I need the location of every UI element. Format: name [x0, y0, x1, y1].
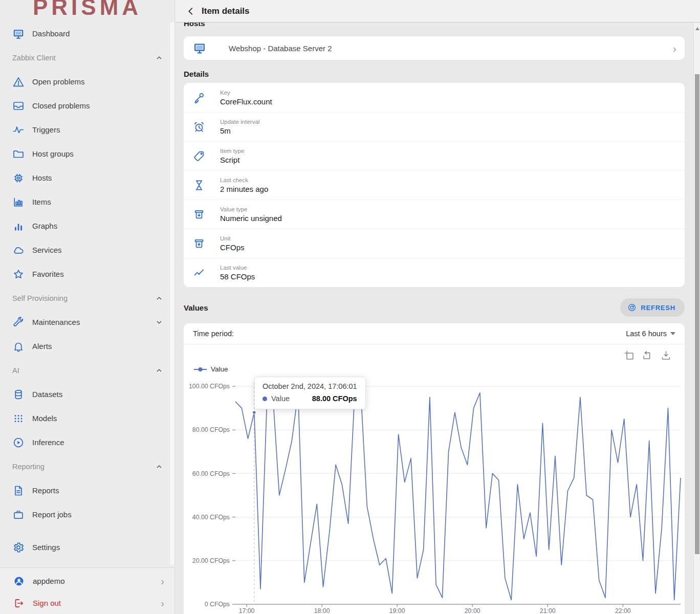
app-logo: PRISMA	[0, 0, 174, 20]
chart-area[interactable]: 0 CFOps20.00 CFOps40.00 CFOps60.00 CFOps…	[184, 379, 685, 614]
sidebar-item-models[interactable]: Models	[0, 406, 174, 430]
sidebar-item-services[interactable]: Services	[0, 238, 174, 262]
sidebar-item-label: Graphs	[32, 222, 57, 230]
graph-bars-icon	[12, 220, 25, 232]
svg-text:22:00: 22:00	[615, 607, 631, 614]
bell-icon	[12, 340, 25, 353]
main-scrollbar[interactable]	[693, 23, 700, 614]
sidebar-item-label: Models	[32, 414, 57, 423]
details-heading: Details	[184, 70, 685, 78]
sidebar-item-settings[interactable]: Settings	[0, 535, 174, 559]
section-label: Reporting	[12, 463, 45, 471]
detail-value: 58 CFOps	[220, 272, 255, 281]
footer-item-appdemo[interactable]: appdemo›	[0, 570, 174, 592]
caret-down-icon	[670, 332, 675, 335]
values-heading: Values	[184, 303, 208, 312]
svg-text:100.00 CFOps: 100.00 CFOps	[189, 383, 230, 390]
play-circle-icon	[12, 436, 25, 449]
chip-icon	[12, 172, 25, 184]
refresh-icon	[627, 303, 637, 312]
host-card[interactable]: Webshop - Database Server 2 ›	[184, 36, 685, 60]
detail-row-last-check: Last check2 minutes ago	[184, 170, 685, 200]
sidebar-section-reporting[interactable]: Reporting	[0, 454, 174, 478]
sidebar-item-label: Datasets	[32, 390, 62, 399]
series-dot-icon	[262, 397, 267, 401]
refresh-button[interactable]: REFRESH	[620, 298, 685, 317]
sidebar-item-label: Host groups	[32, 149, 74, 158]
sidebar-section-self-provisioning[interactable]: Self Provisioning	[0, 286, 174, 310]
legend-label: Value	[211, 365, 228, 373]
scrollbar-thumb[interactable]	[695, 74, 699, 554]
time-period-select[interactable]: Last 6 hours	[626, 330, 675, 338]
download-icon[interactable]	[661, 350, 671, 361]
detail-label: Unit	[220, 235, 245, 242]
sidebar-item-maintenances[interactable]: Maintenances	[0, 310, 174, 334]
report-icon	[12, 485, 25, 497]
sidebar-item-closed-problems[interactable]: Closed problems	[0, 94, 174, 118]
svg-text:21:00: 21:00	[540, 607, 556, 614]
svg-text:20.00 CFOps: 20.00 CFOps	[192, 557, 230, 564]
folder-icon	[12, 148, 25, 160]
sidebar-item-items[interactable]: Items	[0, 190, 174, 214]
detail-label: Value type	[220, 206, 282, 212]
sidebar: PRISMA DashboardZabbix ClientOpen proble…	[0, 0, 175, 614]
footer-item-label: Sign out	[33, 599, 61, 607]
sidebar-item-label: Items	[32, 198, 51, 206]
sidebar-item-datasets[interactable]: Datasets	[0, 382, 174, 406]
line-chart[interactable]: 0 CFOps20.00 CFOps40.00 CFOps60.00 CFOps…	[187, 379, 681, 614]
detail-label: Update interval	[220, 119, 259, 125]
sidebar-item-hosts[interactable]: Hosts	[0, 166, 174, 190]
database-icon	[12, 388, 25, 401]
detail-value: 2 minutes ago	[220, 185, 268, 193]
warning-icon	[12, 76, 25, 88]
sidebar-item-triggers[interactable]: Triggers	[0, 118, 174, 142]
sidebar-item-inference[interactable]: Inference	[0, 430, 174, 454]
sidebar-section-ai[interactable]: AI	[0, 358, 174, 382]
sidebar-item-host-groups[interactable]: Host groups	[0, 142, 174, 166]
grid-dots-icon	[12, 412, 25, 425]
detail-row-unit: UnitCFOps	[184, 229, 685, 258]
wrench-icon	[12, 316, 25, 328]
sidebar-item-alerts[interactable]: Alerts	[0, 334, 174, 358]
bar-chart-icon	[12, 196, 25, 208]
sidebar-scrollbar[interactable]	[170, 23, 174, 565]
chevron-up-icon	[155, 54, 163, 62]
page-header: Item details	[176, 0, 700, 23]
section-label: AI	[12, 366, 19, 375]
detail-value: CoreFlux.count	[220, 97, 272, 106]
chevron-up-icon	[155, 463, 163, 471]
trend-icon	[193, 267, 205, 279]
detail-row-key: KeyCoreFlux.count	[184, 83, 685, 112]
tag-icon	[193, 150, 205, 162]
pulse-icon	[12, 124, 25, 136]
detail-value: Script	[220, 156, 244, 164]
tooltip-series-name: Value	[271, 394, 290, 403]
sidebar-item-dashboard[interactable]: Dashboard	[0, 21, 174, 46]
detail-value: CFOps	[220, 243, 245, 252]
detail-label: Item type	[220, 148, 244, 154]
sidebar-item-open-problems[interactable]: Open problems	[0, 70, 174, 94]
scrollbar-up-arrow-icon[interactable]	[695, 27, 699, 30]
sidebar-item-favorites[interactable]: Favorites	[0, 262, 174, 286]
zoom-select-icon[interactable]	[624, 350, 635, 361]
sidebar-item-reports[interactable]: Reports	[0, 478, 174, 502]
sidebar-item-graphs[interactable]: Graphs	[0, 214, 174, 238]
svg-text:17:00: 17:00	[239, 607, 255, 614]
details-card: KeyCoreFlux.countUpdate interval5mItem t…	[184, 83, 685, 287]
sidebar-section-zabbix-client[interactable]: Zabbix Client	[0, 46, 174, 70]
sidebar-item-label: Closed problems	[32, 101, 90, 110]
restore-icon[interactable]	[642, 350, 653, 361]
footer-item-sign-out[interactable]: Sign out›	[0, 592, 174, 614]
sidebar-item-label: Maintenances	[32, 318, 80, 326]
detail-row-update-interval: Update interval5m	[184, 112, 685, 141]
sidebar-item-label: Services	[32, 246, 62, 254]
values-card: Time period: Last 6 hours Value 0 CFOps2…	[184, 323, 685, 614]
svg-text:80.00 CFOps: 80.00 CFOps	[192, 426, 230, 433]
sidebar-item-label: Dashboard	[32, 29, 70, 38]
sidebar-item-label: Report jobs	[32, 510, 72, 519]
back-icon[interactable]	[185, 6, 196, 17]
detail-row-item-type: Item typeScript	[184, 141, 685, 170]
sidebar-item-report-jobs[interactable]: Report jobs	[0, 502, 174, 527]
chart-legend[interactable]: Value	[193, 365, 685, 373]
sidebar-item-label: Favorites	[32, 270, 64, 278]
